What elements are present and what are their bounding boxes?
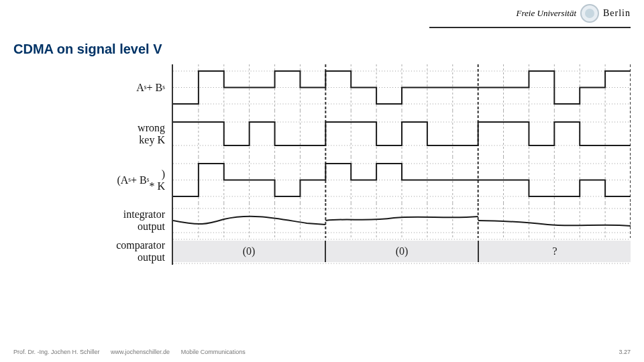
header-rule (429, 27, 631, 28)
brand-prefix: Freie Universität (517, 8, 576, 19)
row-label-sum: As + Bs (13, 64, 172, 111)
institution-logo: Freie Universität Berlin (517, 4, 631, 23)
footer: Prof. Dr. -Ing. Jochen H. Schiller www.j… (13, 349, 631, 355)
footer-course: Mobile Communications (181, 349, 246, 355)
row-plot-product (172, 157, 631, 203)
signal-row-comparator: comparatoroutput (0) (0) ? (13, 238, 631, 265)
row-plot-key (172, 111, 631, 157)
row-label-key: wrongkey K (13, 111, 172, 157)
trace-product (173, 164, 631, 196)
signal-row-product: (As + Bs)* K (13, 157, 631, 203)
page-title: CDMA on signal level V (13, 42, 162, 57)
row-plot-comparator: (0) (0) ? (172, 238, 631, 265)
seal-icon (580, 4, 599, 23)
brand-city: Berlin (603, 8, 631, 19)
row-label-comparator: comparatoroutput (13, 238, 172, 265)
trace-sum (173, 71, 631, 104)
footer-url: www.jochenschiller.de (111, 349, 170, 355)
signal-row-sum: As + Bs (13, 64, 631, 111)
footer-author: Prof. Dr. -Ing. Jochen H. Schiller (13, 349, 100, 355)
signal-row-integrator: integratoroutput (13, 203, 631, 238)
trace-key (173, 122, 631, 145)
signal-row-key: wrongkey K (13, 111, 631, 157)
row-plot-integrator (172, 203, 631, 238)
row-label-product: (As + Bs)* K (13, 157, 172, 203)
footer-page: 3.27 (619, 349, 631, 355)
row-plot-sum (172, 64, 631, 111)
signal-diagram: As + Bs wrongkey (13, 64, 631, 322)
row-label-integrator: integratoroutput (13, 203, 172, 238)
